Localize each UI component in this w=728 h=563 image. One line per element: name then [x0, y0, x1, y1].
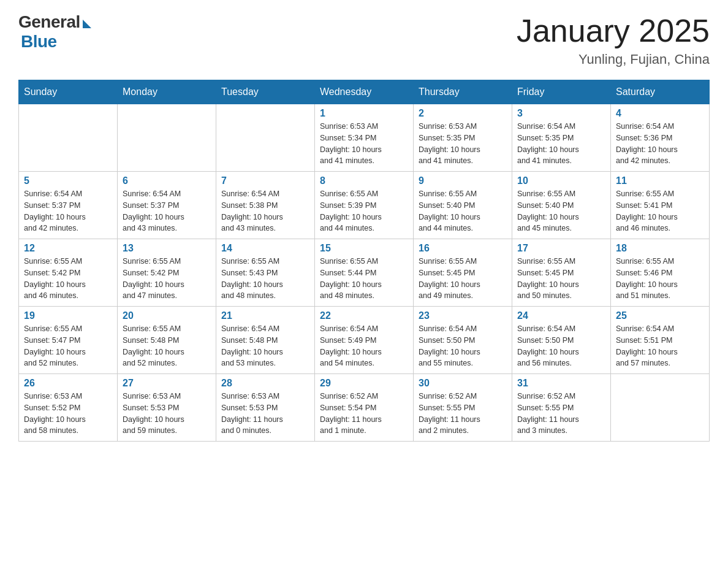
- header-tuesday: Tuesday: [216, 80, 315, 104]
- calendar-cell-w2-d1: 5Sunrise: 6:54 AM Sunset: 5:37 PM Daylig…: [19, 172, 118, 239]
- week-row-4: 19Sunrise: 6:55 AM Sunset: 5:47 PM Dayli…: [19, 307, 710, 374]
- logo-triangle-icon: [83, 20, 91, 28]
- header-sunday: Sunday: [19, 80, 118, 104]
- calendar-cell-w1-d4: 1Sunrise: 6:53 AM Sunset: 5:34 PM Daylig…: [315, 104, 414, 172]
- day-number: 6: [123, 175, 211, 186]
- day-number: 20: [123, 310, 211, 321]
- day-number: 3: [517, 108, 605, 119]
- day-info: Sunrise: 6:52 AM Sunset: 5:55 PM Dayligh…: [419, 391, 507, 437]
- day-number: 5: [24, 175, 112, 186]
- calendar-cell-w4-d2: 20Sunrise: 6:55 AM Sunset: 5:48 PM Dayli…: [118, 307, 216, 374]
- calendar-cell-w2-d2: 6Sunrise: 6:54 AM Sunset: 5:37 PM Daylig…: [118, 172, 216, 239]
- day-info: Sunrise: 6:55 AM Sunset: 5:46 PM Dayligh…: [616, 256, 704, 302]
- calendar-cell-w3-d2: 13Sunrise: 6:55 AM Sunset: 5:42 PM Dayli…: [118, 239, 216, 307]
- day-info: Sunrise: 6:55 AM Sunset: 5:47 PM Dayligh…: [24, 323, 112, 369]
- day-info: Sunrise: 6:54 AM Sunset: 5:49 PM Dayligh…: [320, 323, 408, 369]
- calendar-cell-w1-d2: [118, 104, 216, 172]
- calendar-cell-w3-d7: 18Sunrise: 6:55 AM Sunset: 5:46 PM Dayli…: [611, 239, 710, 307]
- day-number: 9: [419, 175, 507, 186]
- day-number: 23: [419, 310, 507, 321]
- day-info: Sunrise: 6:55 AM Sunset: 5:41 PM Dayligh…: [616, 188, 704, 234]
- calendar-cell-w3-d6: 17Sunrise: 6:55 AM Sunset: 5:45 PM Dayli…: [512, 239, 611, 307]
- calendar-cell-w2-d6: 10Sunrise: 6:55 AM Sunset: 5:40 PM Dayli…: [512, 172, 611, 239]
- day-info: Sunrise: 6:54 AM Sunset: 5:37 PM Dayligh…: [123, 188, 211, 234]
- month-title: January 2025: [517, 12, 710, 49]
- day-number: 28: [221, 378, 309, 389]
- day-number: 27: [123, 378, 211, 389]
- week-row-5: 26Sunrise: 6:53 AM Sunset: 5:52 PM Dayli…: [19, 374, 710, 442]
- day-info: Sunrise: 6:52 AM Sunset: 5:54 PM Dayligh…: [320, 391, 408, 437]
- day-number: 14: [221, 243, 309, 254]
- day-info: Sunrise: 6:54 AM Sunset: 5:50 PM Dayligh…: [419, 323, 507, 369]
- calendar-cell-w3-d1: 12Sunrise: 6:55 AM Sunset: 5:42 PM Dayli…: [19, 239, 118, 307]
- calendar-cell-w5-d1: 26Sunrise: 6:53 AM Sunset: 5:52 PM Dayli…: [19, 374, 118, 442]
- day-number: 26: [24, 378, 112, 389]
- day-info: Sunrise: 6:55 AM Sunset: 5:45 PM Dayligh…: [419, 256, 507, 302]
- logo-general-text: General: [18, 12, 80, 32]
- calendar-cell-w4-d7: 25Sunrise: 6:54 AM Sunset: 5:51 PM Dayli…: [611, 307, 710, 374]
- day-info: Sunrise: 6:52 AM Sunset: 5:55 PM Dayligh…: [517, 391, 605, 437]
- calendar-cell-w2-d5: 9Sunrise: 6:55 AM Sunset: 5:40 PM Daylig…: [414, 172, 512, 239]
- day-info: Sunrise: 6:54 AM Sunset: 5:50 PM Dayligh…: [517, 323, 605, 369]
- calendar-cell-w5-d7: [611, 374, 710, 442]
- calendar-cell-w2-d4: 8Sunrise: 6:55 AM Sunset: 5:39 PM Daylig…: [315, 172, 414, 239]
- calendar-cell-w4-d5: 23Sunrise: 6:54 AM Sunset: 5:50 PM Dayli…: [414, 307, 512, 374]
- day-number: 16: [419, 243, 507, 254]
- day-number: 18: [616, 243, 704, 254]
- logo-blue-text: Blue: [21, 32, 57, 52]
- calendar-cell-w2-d3: 7Sunrise: 6:54 AM Sunset: 5:38 PM Daylig…: [216, 172, 315, 239]
- calendar-header-row: Sunday Monday Tuesday Wednesday Thursday…: [19, 80, 710, 104]
- calendar-cell-w2-d7: 11Sunrise: 6:55 AM Sunset: 5:41 PM Dayli…: [611, 172, 710, 239]
- day-info: Sunrise: 6:55 AM Sunset: 5:40 PM Dayligh…: [517, 188, 605, 234]
- day-number: 24: [517, 310, 605, 321]
- day-info: Sunrise: 6:54 AM Sunset: 5:38 PM Dayligh…: [221, 188, 309, 234]
- day-number: 1: [320, 108, 408, 119]
- calendar-cell-w4-d4: 22Sunrise: 6:54 AM Sunset: 5:49 PM Dayli…: [315, 307, 414, 374]
- calendar-cell-w3-d4: 15Sunrise: 6:55 AM Sunset: 5:44 PM Dayli…: [315, 239, 414, 307]
- day-info: Sunrise: 6:55 AM Sunset: 5:42 PM Dayligh…: [24, 256, 112, 302]
- day-number: 22: [320, 310, 408, 321]
- page-header: General Blue January 2025 Yunling, Fujia…: [18, 12, 710, 67]
- day-info: Sunrise: 6:55 AM Sunset: 5:45 PM Dayligh…: [517, 256, 605, 302]
- calendar-table: Sunday Monday Tuesday Wednesday Thursday…: [18, 80, 710, 442]
- week-row-3: 12Sunrise: 6:55 AM Sunset: 5:42 PM Dayli…: [19, 239, 710, 307]
- day-number: 29: [320, 378, 408, 389]
- header-monday: Monday: [118, 80, 216, 104]
- day-info: Sunrise: 6:55 AM Sunset: 5:42 PM Dayligh…: [123, 256, 211, 302]
- day-info: Sunrise: 6:54 AM Sunset: 5:48 PM Dayligh…: [221, 323, 309, 369]
- calendar-cell-w5-d2: 27Sunrise: 6:53 AM Sunset: 5:53 PM Dayli…: [118, 374, 216, 442]
- day-number: 17: [517, 243, 605, 254]
- calendar-cell-w1-d3: [216, 104, 315, 172]
- day-number: 13: [123, 243, 211, 254]
- day-number: 25: [616, 310, 704, 321]
- header-thursday: Thursday: [414, 80, 512, 104]
- header-saturday: Saturday: [611, 80, 710, 104]
- calendar-cell-w5-d5: 30Sunrise: 6:52 AM Sunset: 5:55 PM Dayli…: [414, 374, 512, 442]
- calendar-cell-w1-d7: 4Sunrise: 6:54 AM Sunset: 5:36 PM Daylig…: [611, 104, 710, 172]
- calendar-cell-w4-d1: 19Sunrise: 6:55 AM Sunset: 5:47 PM Dayli…: [19, 307, 118, 374]
- day-info: Sunrise: 6:55 AM Sunset: 5:39 PM Dayligh…: [320, 188, 408, 234]
- day-number: 12: [24, 243, 112, 254]
- day-info: Sunrise: 6:54 AM Sunset: 5:36 PM Dayligh…: [616, 121, 704, 167]
- day-info: Sunrise: 6:54 AM Sunset: 5:35 PM Dayligh…: [517, 121, 605, 167]
- day-number: 19: [24, 310, 112, 321]
- calendar-cell-w3-d3: 14Sunrise: 6:55 AM Sunset: 5:43 PM Dayli…: [216, 239, 315, 307]
- day-info: Sunrise: 6:53 AM Sunset: 5:52 PM Dayligh…: [24, 391, 112, 437]
- day-info: Sunrise: 6:53 AM Sunset: 5:53 PM Dayligh…: [221, 391, 309, 437]
- calendar-cell-w5-d3: 28Sunrise: 6:53 AM Sunset: 5:53 PM Dayli…: [216, 374, 315, 442]
- day-info: Sunrise: 6:53 AM Sunset: 5:35 PM Dayligh…: [419, 121, 507, 167]
- day-info: Sunrise: 6:53 AM Sunset: 5:34 PM Dayligh…: [320, 121, 408, 167]
- day-number: 8: [320, 175, 408, 186]
- day-info: Sunrise: 6:55 AM Sunset: 5:43 PM Dayligh…: [221, 256, 309, 302]
- header-friday: Friday: [512, 80, 611, 104]
- calendar-cell-w3-d5: 16Sunrise: 6:55 AM Sunset: 5:45 PM Dayli…: [414, 239, 512, 307]
- week-row-1: 1Sunrise: 6:53 AM Sunset: 5:34 PM Daylig…: [19, 104, 710, 172]
- day-info: Sunrise: 6:54 AM Sunset: 5:37 PM Dayligh…: [24, 188, 112, 234]
- day-number: 31: [517, 378, 605, 389]
- calendar-cell-w4-d6: 24Sunrise: 6:54 AM Sunset: 5:50 PM Dayli…: [512, 307, 611, 374]
- day-number: 7: [221, 175, 309, 186]
- day-number: 10: [517, 175, 605, 186]
- calendar-cell-w5-d4: 29Sunrise: 6:52 AM Sunset: 5:54 PM Dayli…: [315, 374, 414, 442]
- day-info: Sunrise: 6:54 AM Sunset: 5:51 PM Dayligh…: [616, 323, 704, 369]
- day-number: 4: [616, 108, 704, 119]
